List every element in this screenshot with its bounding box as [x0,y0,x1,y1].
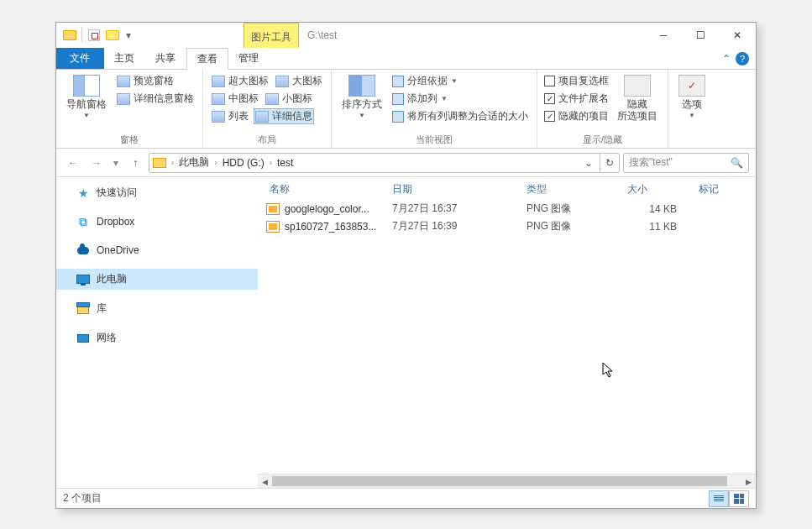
collapse-ribbon-icon[interactable]: ⌃ [722,53,731,65]
chevron-right-icon[interactable]: › [214,158,217,167]
xlarge-icon [212,76,225,87]
layout-list[interactable]: 列表 [210,108,250,124]
layout-medium[interactable]: 中图标 [210,91,260,107]
thumbnails-view-button[interactable] [729,490,749,507]
small-icon [265,93,279,105]
layout-details-label: 详细信息 [272,109,312,123]
crumb-drive[interactable]: HDD (G:) [219,155,268,170]
image-file-icon [266,203,280,215]
maximize-button[interactable]: ☐ [682,23,719,48]
tab-home[interactable]: 主页 [104,48,145,69]
tab-file[interactable]: 文件 [56,48,104,69]
address-bar[interactable]: › 此电脑 › HDD (G:) › test ⌄ [149,153,600,173]
ribbon: 导航窗格 ▼ 预览窗格 详细信息窗格 窗格 超大图标 大图标 中图标 小图标 [56,70,756,149]
tab-manage[interactable]: 管理 [228,48,270,69]
options-label: 选项 [682,98,702,110]
search-icon: 🔍 [731,157,743,169]
pc-icon [76,275,90,284]
layout-xlarge[interactable]: 超大图标 [210,73,270,89]
back-button[interactable]: ← [63,153,83,173]
chk-itembox[interactable]: 项目复选框 [544,73,609,89]
search-box[interactable]: 搜索"test" 🔍 [623,153,749,173]
file-name: sp160727_163853... [285,221,392,233]
nav-network[interactable]: 网络 [56,327,258,348]
sort-button[interactable]: 排序方式 ▼ [338,73,385,132]
up-button[interactable]: ↑ [125,153,145,173]
folder-icon [153,158,166,168]
crumb-pc[interactable]: 此电脑 [175,154,212,171]
nav-dropbox[interactable]: ⧉Dropbox [56,212,258,232]
chk-hidden-label: 隐藏的项目 [558,109,609,123]
nav-libraries[interactable]: 库 [56,298,258,319]
hide-icon [624,75,651,97]
scroll-right-icon[interactable]: ▶ [741,474,756,489]
scroll-thumb[interactable] [272,476,727,486]
col-name[interactable]: 名称 [266,182,392,196]
horizontal-scrollbar[interactable]: ◀ ▶ [258,474,756,488]
recent-dropdown[interactable]: ▾ [110,153,122,173]
col-size[interactable]: 大小 [627,182,699,196]
file-list: 名称 日期 类型 大小 标记 googlelogo_color... 7月27日… [258,177,756,474]
statusbar: 2 个项目 [56,488,756,508]
details-view-button[interactable] [709,490,729,507]
preview-pane-icon [117,76,130,87]
chk-ext[interactable]: ✓文件扩展名 [544,91,609,107]
forward-button[interactable]: → [86,153,107,173]
view-toggle [709,490,749,507]
checkbox-icon: ✓ [544,111,555,122]
navigation-pane[interactable]: ★快速访问 ⧉Dropbox OneDrive 此电脑 库 网络 [56,177,258,474]
col-tag[interactable]: 标记 [699,182,747,196]
minimize-button[interactable]: ─ [645,23,682,48]
col-date[interactable]: 日期 [392,182,526,196]
file-row[interactable]: googlelogo_color... 7月27日 16:37 PNG 图像 1… [266,200,747,217]
file-row[interactable]: sp160727_163853... 7月27日 16:39 PNG 图像 11… [266,217,747,235]
nav-quick-access[interactable]: ★快速访问 [56,182,258,203]
group-panes: 导航窗格 ▼ 预览窗格 详细信息窗格 窗格 [56,70,203,148]
nav-pc-label: 此电脑 [97,272,127,286]
chk-hidden[interactable]: ✓隐藏的项目 [544,108,609,124]
group-currentview: 排序方式 ▼ 分组依据 ▼ 添加列 ▼ 将所有列调整为合适的大小 当前视图 [332,70,537,148]
address-dropdown-icon[interactable]: ⌄ [581,157,596,169]
refresh-button[interactable]: ↻ [600,153,620,173]
layout-large[interactable]: 大图标 [274,73,324,89]
nav-net-label: 网络 [97,331,117,345]
hide-selected-button[interactable]: 隐藏所选项目 [614,73,661,132]
nav-this-pc[interactable]: 此电脑 [56,269,258,290]
file-date: 7月27日 16:37 [392,202,526,216]
crumb-folder[interactable]: test [274,155,296,170]
preview-pane-button[interactable]: 预览窗格 [115,73,196,89]
scroll-left-icon[interactable]: ◀ [258,474,272,489]
layout-details[interactable]: 详细信息 [254,108,314,124]
checkbox-icon [544,76,555,86]
col-type[interactable]: 类型 [526,182,627,196]
tab-share[interactable]: 共享 [145,48,186,69]
sort-icon [348,75,375,97]
groupby-button[interactable]: 分组依据 ▼ [390,73,530,89]
cloud-icon [77,247,89,254]
chevron-right-icon[interactable]: › [270,158,272,167]
layout-large-label: 大图标 [292,74,322,88]
new-folder-icon[interactable] [104,27,121,44]
qat-dropdown-icon[interactable]: ▾ [123,29,134,41]
layout-medium-label: 中图标 [228,92,259,106]
group-layout-label: 布局 [210,132,324,146]
close-button[interactable]: ✕ [719,23,756,48]
layout-small[interactable]: 小图标 [264,91,314,107]
nav-onedrive[interactable]: OneDrive [56,240,258,260]
help-icon[interactable]: ? [736,52,749,65]
chevron-right-icon[interactable]: › [171,158,174,167]
sort-label: 排序方式 [342,98,382,110]
thumbnails-view-icon [734,494,744,504]
titlebar: ▾ 图片工具 G:\test ─ ☐ ✕ [56,23,756,48]
options-icon: ✓ [678,75,705,97]
properties-icon[interactable] [86,27,102,44]
addcolumn-button[interactable]: 添加列 ▼ [390,91,530,107]
dropbox-icon: ⧉ [79,215,87,229]
details-pane-button[interactable]: 详细信息窗格 [115,91,196,107]
fitcolumns-button[interactable]: 将所有列调整为合适的大小 [390,108,530,124]
group-panes-label: 窗格 [63,132,196,146]
options-button[interactable]: ✓ 选项 ▼ [675,73,709,134]
tab-view[interactable]: 查看 [186,48,228,70]
nav-pane-button[interactable]: 导航窗格 ▼ [63,73,110,132]
group-layout: 超大图标 大图标 中图标 小图标 列表 详细信息 布局 [203,70,332,148]
